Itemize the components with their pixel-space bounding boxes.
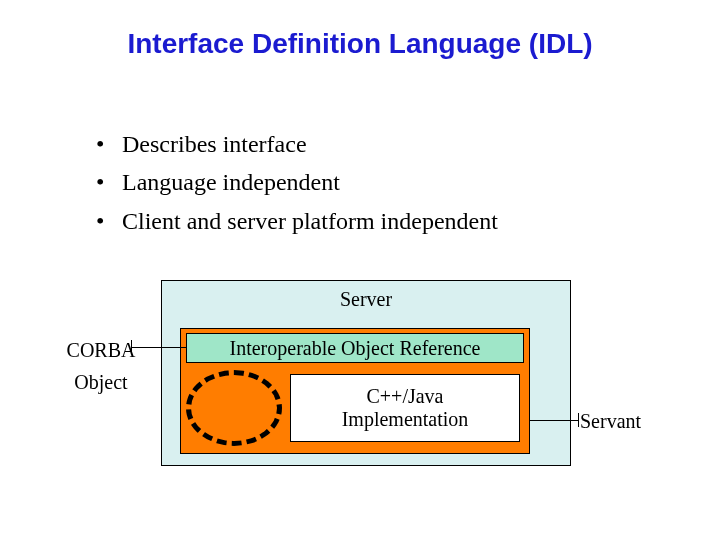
connector-line-icon [530, 420, 578, 421]
list-item: • Language independent [96, 166, 498, 198]
bullet-list: • Describes interface • Language indepen… [96, 128, 498, 243]
connector-line-icon [131, 340, 132, 354]
corba-line1: CORBA [67, 339, 136, 361]
ior-bar: Interoperable Object Reference [186, 333, 524, 363]
slide: Interface Definition Language (IDL) • De… [0, 0, 720, 540]
connector-line-icon [578, 413, 579, 427]
impl-line1: C++/Java [366, 385, 443, 407]
bullet-icon: • [96, 166, 122, 198]
bullet-text: Language independent [122, 166, 340, 198]
bullet-text: Client and server platform independent [122, 205, 498, 237]
implementation-label: C++/Java Implementation [342, 385, 469, 431]
list-item: • Describes interface [96, 128, 498, 160]
dashed-ellipse-icon [186, 370, 282, 446]
connector-line-icon [132, 347, 186, 348]
bullet-text: Describes interface [122, 128, 307, 160]
implementation-box: C++/Java Implementation [290, 374, 520, 442]
corba-object-label: CORBA Object [56, 334, 146, 398]
slide-title: Interface Definition Language (IDL) [0, 28, 720, 60]
bullet-icon: • [96, 205, 122, 237]
list-item: • Client and server platform independent [96, 205, 498, 237]
servant-label: Servant [580, 410, 641, 433]
corba-line2: Object [74, 371, 127, 393]
server-label: Server [161, 288, 571, 311]
bullet-icon: • [96, 128, 122, 160]
impl-line2: Implementation [342, 408, 469, 430]
